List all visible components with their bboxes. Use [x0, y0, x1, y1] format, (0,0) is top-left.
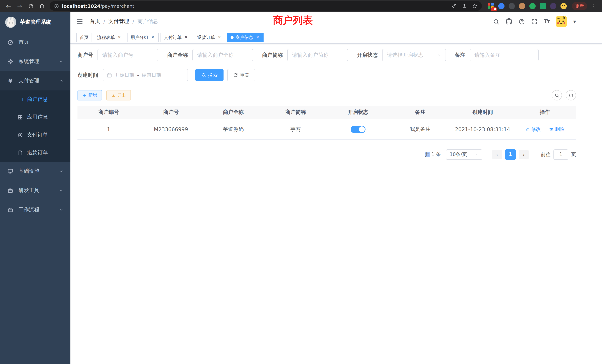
total-suffix: 条	[436, 151, 441, 157]
sidebar-item-dev-tools[interactable]: 研发工具	[0, 181, 70, 200]
ext-avatar-icon[interactable]	[519, 3, 525, 9]
close-icon[interactable]: ✕	[183, 35, 189, 40]
page-number-1[interactable]: 1	[505, 149, 516, 160]
site-info-icon[interactable]	[54, 3, 59, 8]
status-select[interactable]: 请选择开启状态	[382, 49, 446, 61]
create-time-label: 创建时间	[77, 72, 98, 78]
fullscreen-icon[interactable]	[531, 18, 538, 25]
pagination: 共 1 条 10条/页 ‹ 1 › 前往 页	[77, 149, 576, 160]
total-prefix: 共	[425, 151, 430, 157]
close-icon[interactable]: ✕	[217, 35, 222, 40]
merchant-no-label: 商户号	[77, 52, 93, 58]
tab-process-form[interactable]: 流程表单✕	[94, 33, 125, 42]
sidebar-item-pay-order[interactable]: 支付订单	[0, 126, 70, 144]
reset-button[interactable]: 重置	[227, 69, 255, 81]
breadcrumb-current: 商户信息	[138, 18, 158, 25]
breadcrumb: 首页 / 支付管理 / 商户信息	[90, 18, 158, 25]
tab-pay-order[interactable]: 支付订单✕	[161, 33, 192, 42]
share-icon[interactable]	[462, 3, 467, 9]
dashboard-icon	[7, 39, 14, 45]
browser-refresh-icon[interactable]	[26, 1, 36, 11]
col-header: 商户简称	[265, 106, 327, 119]
tab-refund-order[interactable]: 退款订单✕	[194, 33, 225, 42]
extensions-menu-icon[interactable]: 10	[488, 3, 494, 9]
logo-avatar-image	[5, 17, 16, 28]
ext-book-icon[interactable]	[540, 3, 546, 9]
close-icon[interactable]: ✕	[150, 35, 155, 40]
tab-home[interactable]: 首页	[76, 33, 92, 42]
table-header-row: 商户编号 商户号 商户全称 商户简称 开启状态 备注 创建时间 操作	[77, 106, 576, 119]
sidebar-item-merchant-info[interactable]: 商户信息	[0, 90, 70, 108]
export-button-label: 导出	[117, 92, 126, 98]
tab-label: 退款订单	[197, 34, 215, 41]
add-button-label: 新增	[88, 92, 97, 98]
sidebar-item-payment[interactable]: ¥ 支付管理	[0, 71, 70, 90]
sidebar-item-label: 工作流程	[19, 206, 39, 213]
goto-prefix: 前往	[541, 151, 550, 158]
chevron-down-icon[interactable]: ▼	[573, 20, 576, 23]
date-range-picker[interactable]: 开始日期 - 结束日期	[103, 69, 188, 81]
close-icon[interactable]: ✕	[255, 35, 260, 40]
refresh-table-icon[interactable]	[566, 90, 576, 100]
col-header: 备注	[389, 106, 451, 119]
url-bar[interactable]: localhost:1024/pay/merchant	[50, 1, 482, 11]
sidebar-item-infrastructure[interactable]: 基础设施	[0, 162, 70, 181]
tab-merchant-info[interactable]: 商户信息✕	[227, 33, 264, 42]
font-size-icon[interactable]: TT	[544, 18, 549, 25]
search-button[interactable]: 搜索	[195, 69, 224, 81]
breadcrumb-payment[interactable]: 支付管理	[108, 18, 129, 25]
toolbox-icon	[7, 188, 14, 193]
export-button[interactable]: 导出	[106, 90, 131, 100]
ext-paw-icon[interactable]	[550, 3, 556, 9]
short-name-input[interactable]: 请输入商户简称	[287, 49, 348, 61]
browser-back-icon[interactable]: ←	[4, 1, 13, 11]
gear-icon	[7, 59, 14, 64]
tab-user-group[interactable]: 用户分组✕	[127, 33, 159, 42]
next-page-button[interactable]: ›	[519, 150, 529, 159]
sidebar-item-label: 商户信息	[27, 96, 48, 103]
full-name-input[interactable]: 请输入商户全称	[192, 49, 253, 61]
remark-input[interactable]: 请输入备注	[470, 49, 539, 61]
github-icon[interactable]	[506, 18, 512, 25]
browser-home-icon[interactable]	[37, 1, 47, 11]
sidebar-item-app-info[interactable]: 应用信息	[0, 108, 70, 126]
merchant-table: 商户编号 商户号 商户全称 商户简称 开启状态 备注 创建时间 操作 1	[77, 106, 576, 139]
payment-submenu: 商户信息 应用信息 支付订单 退款订单	[0, 90, 70, 162]
browser-menu-icon[interactable]: ⋮	[589, 1, 598, 11]
merchant-no-input[interactable]: 请输入商户号	[97, 49, 158, 61]
browser-update-button[interactable]: 更新	[572, 2, 587, 10]
chevron-down-icon	[474, 152, 479, 156]
browser-forward-icon[interactable]: →	[15, 1, 24, 11]
help-icon[interactable]	[519, 18, 525, 25]
ext-dark-icon[interactable]	[509, 3, 515, 9]
app-logo[interactable]: 芋道管理系统	[0, 12, 70, 33]
sidebar-toggle-icon[interactable]	[76, 18, 83, 25]
sidebar-item-system[interactable]: 系统管理	[0, 52, 70, 71]
cell-remark: 我是备注	[389, 119, 451, 139]
status-toggle[interactable]	[351, 126, 365, 133]
ext-smiley-icon[interactable]	[560, 3, 567, 9]
toggle-search-icon[interactable]	[552, 90, 562, 100]
ext-green-icon[interactable]	[529, 3, 536, 9]
bookmark-star-icon[interactable]	[472, 3, 477, 9]
sidebar-item-home[interactable]: 首页	[0, 33, 70, 52]
chevron-down-icon	[59, 188, 63, 193]
edit-link[interactable]: 修改	[525, 126, 541, 132]
page-size-select[interactable]: 10条/页	[446, 149, 482, 160]
user-avatar[interactable]	[556, 16, 567, 27]
edit-link-label: 修改	[531, 126, 541, 132]
delete-link[interactable]: 删除	[549, 126, 565, 132]
navbar-search-icon[interactable]	[493, 18, 499, 25]
table-row: 1 M233666999 芋道源码 芋艿 我是备注 2021-10-23 08:…	[77, 119, 576, 139]
close-icon[interactable]: ✕	[117, 35, 122, 40]
password-key-icon[interactable]	[452, 3, 457, 9]
url-host: localhost:1024	[62, 3, 100, 9]
prev-page-button[interactable]: ‹	[492, 150, 502, 159]
goto-page-input[interactable]	[553, 149, 568, 160]
sidebar-item-workflow[interactable]: 工作流程	[0, 200, 70, 219]
sidebar-item-label: 支付订单	[27, 132, 48, 138]
ext-blue-icon[interactable]	[498, 3, 505, 9]
breadcrumb-home[interactable]: 首页	[90, 18, 100, 25]
add-button[interactable]: 新增	[77, 90, 102, 100]
sidebar-item-refund-order[interactable]: 退款订单	[0, 144, 70, 162]
